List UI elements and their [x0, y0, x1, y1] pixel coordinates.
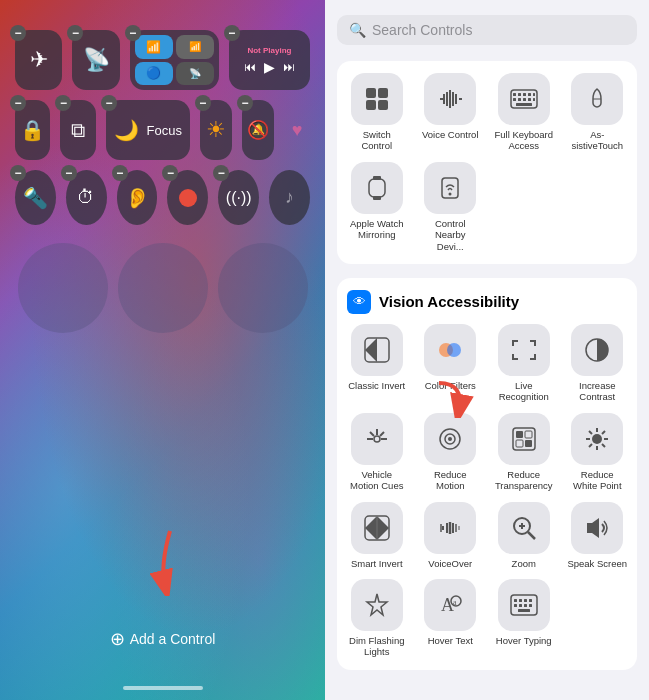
- remove-badge[interactable]: −: [10, 165, 26, 181]
- switch-control-icon: [351, 73, 403, 125]
- speak-screen-icon: [571, 502, 623, 554]
- nearby-device-item[interactable]: ControlNearby Devi...: [419, 162, 483, 252]
- play-icon[interactable]: ▶: [264, 59, 275, 75]
- remove-badge[interactable]: −: [125, 25, 141, 41]
- eye-icon: 👁: [353, 294, 366, 309]
- svg-text:a: a: [453, 598, 457, 607]
- svg-rect-46: [525, 431, 532, 438]
- podcast-icon: 📡: [83, 47, 110, 73]
- live-recognition-item[interactable]: LiveRecognition: [492, 324, 556, 403]
- focus-control[interactable]: − 🌙 Focus: [106, 100, 190, 160]
- svg-rect-21: [528, 98, 531, 101]
- svg-rect-25: [369, 179, 385, 197]
- zoom-label: Zoom: [512, 558, 536, 569]
- increase-contrast-item[interactable]: IncreaseContrast: [566, 324, 630, 403]
- zoom-item[interactable]: Zoom: [492, 502, 556, 569]
- svg-rect-70: [524, 599, 527, 602]
- reduce-white-point-icon: [571, 413, 623, 465]
- svg-rect-76: [518, 609, 530, 612]
- hover-typing-item[interactable]: Hover Typing: [492, 579, 556, 658]
- voice-control-item[interactable]: Voice Control: [419, 73, 483, 152]
- brightness-control[interactable]: − ☀: [200, 100, 232, 160]
- hover-text-icon: A a: [424, 579, 476, 631]
- svg-line-56: [602, 431, 605, 434]
- svg-rect-23: [516, 103, 532, 106]
- voice-control-icon: [424, 73, 476, 125]
- dim-flashing-item[interactable]: Dim FlashingLights: [345, 579, 409, 658]
- reduce-white-point-item[interactable]: ReduceWhite Point: [566, 413, 630, 492]
- right-panel: 🔍 Search Controls SwitchControl: [325, 0, 649, 700]
- speak-screen-item[interactable]: Speak Screen: [566, 502, 630, 569]
- red-arrow-left: [140, 526, 200, 600]
- search-placeholder: Search Controls: [372, 22, 472, 38]
- add-control-button[interactable]: ⊕ Add a Control: [110, 628, 216, 650]
- signal-control[interactable]: − ((·)): [218, 170, 259, 225]
- svg-line-54: [589, 431, 592, 434]
- remove-badge[interactable]: −: [67, 25, 83, 41]
- connectivity-cluster[interactable]: − 📶 📶 🔵 📡: [130, 30, 219, 90]
- lock-icon: 🔒: [20, 118, 45, 142]
- mirror-icon: ⧉: [71, 119, 85, 142]
- next-icon[interactable]: ⏭: [283, 60, 295, 74]
- mirror-control[interactable]: − ⧉: [60, 100, 95, 160]
- record-control[interactable]: −: [167, 170, 208, 225]
- media-control[interactable]: − Not Playing ⏮ ▶ ⏭: [229, 30, 310, 90]
- volume-control[interactable]: − 🔕: [242, 100, 274, 160]
- record-icon: [179, 189, 197, 207]
- lock-control[interactable]: − 🔒: [15, 100, 50, 160]
- remove-badge[interactable]: −: [112, 165, 128, 181]
- timer-control[interactable]: − ⏱: [66, 170, 107, 225]
- voiceover-icon: [424, 502, 476, 554]
- svg-point-29: [449, 192, 452, 195]
- heart-icon: ♥: [292, 120, 303, 141]
- smart-invert-item[interactable]: Smart Invert: [345, 502, 409, 569]
- remove-badge[interactable]: −: [237, 95, 253, 111]
- heart-decoration: ♥: [284, 100, 310, 160]
- voiceover-item[interactable]: VoiceOver: [419, 502, 483, 569]
- airplane-control[interactable]: − ✈: [15, 30, 62, 90]
- apple-watch-label: Apple WatchMirroring: [350, 218, 404, 241]
- flashlight-control[interactable]: − 🔦: [15, 170, 56, 225]
- hearing-control[interactable]: − 👂: [117, 170, 158, 225]
- vehicle-motion-item[interactable]: VehicleMotion Cues: [345, 413, 409, 492]
- assistive-touch-item[interactable]: As-sistiveTouch: [566, 73, 630, 152]
- classic-invert-item[interactable]: Classic Invert: [345, 324, 409, 403]
- remove-badge[interactable]: −: [162, 165, 178, 181]
- vision-grid: Classic Invert Color Filters: [345, 324, 629, 658]
- signal-btn[interactable]: 📶: [176, 35, 214, 59]
- top-controls-section: SwitchControl Voice Control: [337, 61, 637, 264]
- apple-watch-item[interactable]: Apple WatchMirroring: [345, 162, 409, 252]
- remove-badge[interactable]: −: [10, 95, 26, 111]
- svg-rect-26: [373, 176, 381, 180]
- note-control[interactable]: ♪: [269, 170, 310, 225]
- svg-rect-19: [518, 98, 521, 101]
- focus-label: Focus: [147, 123, 182, 138]
- remove-badge[interactable]: −: [55, 95, 71, 111]
- zoom-icon: [498, 502, 550, 554]
- full-keyboard-item[interactable]: Full KeyboardAccess: [492, 73, 556, 152]
- remove-badge[interactable]: −: [213, 165, 229, 181]
- color-filters-icon: [424, 324, 476, 376]
- podcast-control[interactable]: − 📡: [72, 30, 119, 90]
- hover-text-item[interactable]: A a Hover Text: [419, 579, 483, 658]
- svg-rect-17: [533, 93, 535, 96]
- remove-badge[interactable]: −: [101, 95, 117, 111]
- reduce-transparency-item[interactable]: ReduceTransparency: [492, 413, 556, 492]
- search-bar[interactable]: 🔍 Search Controls: [337, 15, 637, 45]
- big-circle-2: [118, 243, 208, 333]
- vision-accessibility-section: 👁 Vision Accessibility Classic Invert: [337, 278, 637, 670]
- remove-badge[interactable]: −: [195, 95, 211, 111]
- svg-rect-45: [516, 431, 523, 438]
- wifi-btn[interactable]: 📶: [135, 35, 173, 59]
- airdrop-btn[interactable]: 📡: [176, 62, 214, 86]
- remove-badge[interactable]: −: [224, 25, 240, 41]
- switch-control-item[interactable]: SwitchControl: [345, 73, 409, 152]
- reduce-motion-item[interactable]: ReduceMotion: [419, 413, 483, 492]
- remove-badge[interactable]: −: [10, 25, 26, 41]
- svg-rect-4: [378, 100, 388, 110]
- prev-icon[interactable]: ⏮: [244, 60, 256, 74]
- increase-contrast-label: IncreaseContrast: [579, 380, 615, 403]
- svg-rect-18: [513, 98, 516, 101]
- remove-badge[interactable]: −: [61, 165, 77, 181]
- bluetooth-btn[interactable]: 🔵: [135, 62, 173, 86]
